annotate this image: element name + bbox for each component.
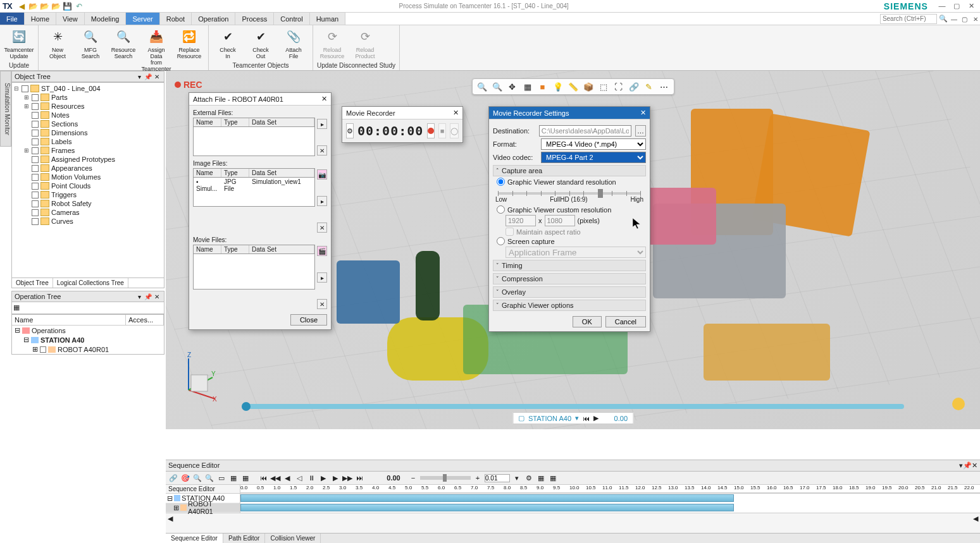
tree-item[interactable]: Sections <box>51 120 78 128</box>
vp-measure-icon[interactable]: 📏 <box>568 81 579 92</box>
mdi-minimize-icon[interactable]: — <box>950 16 958 23</box>
tree-item[interactable]: Resources <box>51 102 85 110</box>
pin-icon[interactable]: ▾ <box>135 73 144 80</box>
chevron-down-icon2[interactable]: ˅ <box>496 276 499 282</box>
optree-pin-icon[interactable]: 📌 <box>144 293 152 300</box>
seq-pin-icon[interactable]: 📌 <box>963 461 972 470</box>
radio-std[interactable] <box>497 178 505 186</box>
bottom-tab-collision[interactable]: Collision Viewer <box>265 534 321 543</box>
seq-revplay-icon[interactable]: ◁ <box>294 473 304 483</box>
operation-tree[interactable]: Name Acces... ⊟Operations ⊟STATION A40 ⊞… <box>11 314 164 355</box>
vp-select-icon[interactable]: ⬚ <box>598 81 609 92</box>
ext-remove-icon[interactable]: ✕ <box>317 145 327 156</box>
seq-tb-d-icon[interactable]: ▦ <box>548 473 558 483</box>
radio-custom[interactable] <box>497 205 505 214</box>
vp-pencil-icon[interactable]: ✎ <box>643 81 655 92</box>
mrs-compression-header[interactable]: Compression <box>502 275 543 283</box>
optree-toolbar-icon[interactable]: ▦ <box>13 303 23 312</box>
seq-scroll-right-icon[interactable]: ◀ <box>971 515 980 523</box>
mrs-cancel-button[interactable]: Cancel <box>605 316 646 327</box>
qa-back-icon[interactable]: ◀ <box>17 1 27 11</box>
movie-recorder-close-icon[interactable]: ✕ <box>453 109 459 117</box>
mdi-restore-icon[interactable]: ▢ <box>960 16 969 23</box>
tab-process[interactable]: Process <box>235 13 274 25</box>
tree-item[interactable]: Parts <box>51 94 68 101</box>
image-files-list[interactable]: ▪ Simul... JPG File Simulation_view1 <box>193 178 315 207</box>
tab-control[interactable]: Control <box>274 13 309 25</box>
playback-flag-icon[interactable]: ▢ <box>518 414 524 422</box>
seq-play-icon[interactable]: ▶ <box>318 473 328 483</box>
vp-zoom-out-icon[interactable]: 🔍 <box>492 81 503 92</box>
movie-files-list[interactable] <box>193 254 315 290</box>
seq-tb-zoomout-icon[interactable]: 🔍 <box>192 473 202 483</box>
seq-scroll-left-icon[interactable]: ◀ <box>166 515 175 523</box>
seq-step-input[interactable] <box>485 474 510 482</box>
seq-tb-1-icon[interactable]: 🔗 <box>168 473 178 483</box>
custom-width-input[interactable]: 1920 <box>506 215 536 226</box>
tree-item[interactable]: Frames <box>51 147 75 154</box>
tree-item[interactable]: Cameras <box>51 209 80 216</box>
qa-open-icon[interactable]: 📂 <box>28 1 39 11</box>
optree-root[interactable]: Operations <box>32 327 66 334</box>
seq-tb-6-icon[interactable]: ▦ <box>240 473 251 483</box>
tree-item[interactable]: Labels <box>51 138 71 145</box>
seq-tb-c-icon[interactable]: ▦ <box>536 473 546 483</box>
tree-root[interactable]: ST_040 - Line_004 <box>41 85 101 92</box>
tree-item[interactable]: Curves <box>51 217 73 225</box>
mov-more-icon[interactable]: ▸ <box>317 272 327 283</box>
ribbon-replace-button[interactable]: 🔁ReplaceResource <box>174 27 204 72</box>
mov-add-icon[interactable]: 🎬 <box>317 246 327 256</box>
vp-box-icon[interactable]: 📦 <box>583 81 594 92</box>
close-panel-icon[interactable]: ✕ <box>152 73 161 80</box>
vp-more-icon[interactable]: ⋯ <box>659 81 670 92</box>
ribbon-check-button[interactable]: ✔CheckOut <box>245 27 276 61</box>
compass-icon[interactable] <box>952 398 965 410</box>
vp-light-icon[interactable]: 💡 <box>552 81 564 92</box>
seq-tb-a-icon[interactable]: ▾ <box>512 473 522 483</box>
mrs-overlay-header[interactable]: Overlay <box>502 288 526 296</box>
radio-screen[interactable] <box>497 237 505 245</box>
playback-dropdown-icon[interactable]: ▾ <box>575 414 579 422</box>
chevron-down-icon[interactable]: ˅ <box>496 262 499 269</box>
chevron-up-icon[interactable]: ˄ <box>496 168 499 174</box>
custom-height-input[interactable]: 1080 <box>545 215 575 226</box>
img-add-icon[interactable]: 📷 <box>317 169 327 180</box>
tree-item[interactable]: Notes <box>51 111 70 119</box>
seq-last-icon[interactable]: ⏭ <box>354 473 364 483</box>
object-tree[interactable]: ⊟ST_040 - Line_004⊞Parts⊞Resources Notes… <box>11 82 164 278</box>
recorder-stop-button[interactable]: ■ <box>438 123 446 138</box>
tree-item[interactable]: Point Clouds <box>51 182 90 190</box>
seq-stepfwd-icon[interactable]: ▶ <box>330 473 340 483</box>
seq-row2[interactable]: ROBOT A40R01 <box>188 500 239 515</box>
chevron-down-icon4[interactable]: ˅ <box>496 302 499 308</box>
mov-remove-icon[interactable]: ✕ <box>317 299 327 309</box>
tab-view[interactable]: View <box>56 13 85 25</box>
seq-tb-b-icon[interactable]: ⚙ <box>524 473 534 483</box>
mrs-format-select[interactable]: MPEG-4 Video (*.mp4) <box>541 138 646 150</box>
vp-link-icon[interactable]: 🔗 <box>628 81 640 92</box>
mdi-close-icon[interactable]: ✕ <box>971 16 980 23</box>
ribbon-check-button[interactable]: ✔CheckIn <box>213 27 243 61</box>
qa-save-icon[interactable]: 💾 <box>63 1 73 11</box>
seq-speed-minus[interactable]: − <box>408 473 418 483</box>
recorder-record-button[interactable] <box>427 123 435 138</box>
seq-tb-zoomin-icon[interactable]: 🔍 <box>204 473 214 483</box>
ribbon-mfg-button[interactable]: 🔍MFGSearch <box>75 27 106 72</box>
seq-next-icon[interactable]: ▶▶ <box>342 473 352 483</box>
seq-close-icon[interactable]: ✕ <box>972 461 977 470</box>
viewport-timeline[interactable] <box>242 404 904 409</box>
tab-file[interactable]: File <box>0 13 25 25</box>
seq-tb-5-icon[interactable]: ▦ <box>228 473 239 483</box>
vp-fit-icon[interactable]: ⛶ <box>613 81 624 92</box>
tree-item[interactable]: Robot Safety <box>51 200 92 207</box>
mrs-codec-select[interactable]: MPEG-4 Part 2 <box>541 152 646 163</box>
chevron-down-icon3[interactable]: ˅ <box>496 289 499 295</box>
ribbon-resource-button[interactable]: 🔍ResourceSearch <box>108 27 139 72</box>
vp-pan-icon[interactable]: ✥ <box>507 81 518 92</box>
tab-operation[interactable]: Operation <box>192 13 235 25</box>
mrs-ok-button[interactable]: OK <box>573 316 602 327</box>
mrs-capture-header[interactable]: Capture area <box>502 167 542 174</box>
tree-tab-object[interactable]: Object Tree <box>12 278 53 288</box>
seq-tb-fit-icon[interactable]: ▭ <box>216 473 226 483</box>
optree-station[interactable]: STATION A40 <box>40 336 84 344</box>
